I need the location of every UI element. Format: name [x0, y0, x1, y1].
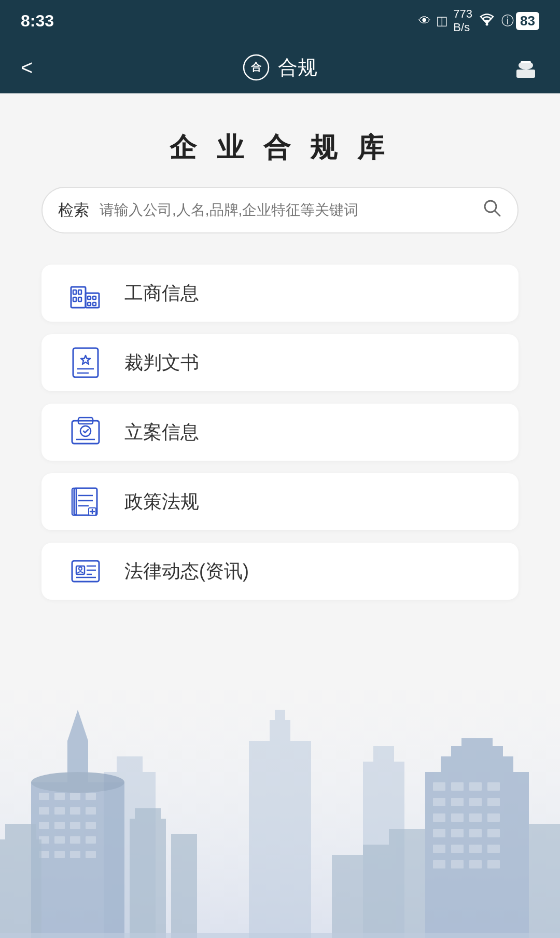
menu-label-gongshang: 工商信息: [124, 281, 199, 306]
svg-rect-52: [54, 793, 65, 800]
nav-title: 合 合规: [243, 54, 317, 81]
svg-rect-9: [73, 290, 76, 294]
speed-icon: 773B/s: [453, 7, 472, 34]
search-input[interactable]: [100, 202, 472, 218]
svg-rect-90: [433, 829, 445, 837]
svg-rect-96: [469, 845, 482, 853]
search-container: 检索: [0, 187, 560, 265]
menu-item-caipan[interactable]: 裁判文书: [41, 334, 519, 391]
main-content: 企 业 合 规 库 检索: [0, 93, 560, 938]
svg-rect-83: [451, 798, 464, 806]
svg-rect-73: [5, 824, 36, 840]
svg-point-23: [80, 426, 91, 436]
svg-rect-79: [451, 782, 464, 791]
search-label: 检索: [58, 200, 89, 221]
svg-rect-98: [433, 860, 445, 868]
svg-rect-104: [461, 738, 493, 747]
menu-item-falv[interactable]: 法律动态(资讯): [41, 543, 519, 600]
svg-rect-41: [249, 741, 311, 938]
svg-rect-15: [93, 296, 96, 299]
menu-container: 工商信息 裁判文书: [0, 265, 560, 600]
svg-rect-16: [88, 302, 91, 306]
status-time: 8:33: [21, 11, 54, 31]
svg-rect-53: [70, 793, 80, 800]
status-bar: 8:33 👁 ◫ 773B/s ⓘ 83: [0, 0, 560, 42]
svg-rect-66: [86, 836, 96, 844]
menu-item-lian[interactable]: 立案信息: [41, 404, 519, 461]
svg-rect-55: [39, 807, 49, 815]
svg-rect-75: [135, 808, 161, 820]
svg-rect-85: [487, 798, 500, 806]
back-button[interactable]: <: [21, 56, 52, 79]
case-file-icon: [67, 414, 104, 450]
svg-rect-95: [451, 845, 464, 853]
wifi-icon: [478, 12, 496, 30]
law-book-icon: [67, 484, 104, 520]
svg-rect-12: [78, 297, 81, 301]
svg-rect-108: [332, 855, 366, 938]
search-bar[interactable]: 检索: [41, 187, 519, 233]
svg-rect-93: [487, 829, 500, 837]
svg-rect-61: [70, 822, 80, 829]
menu-label-zhengce: 政策法规: [124, 489, 199, 515]
svg-rect-89: [487, 813, 500, 822]
svg-rect-17: [93, 302, 96, 306]
svg-rect-76: [171, 834, 197, 938]
svg-rect-103: [451, 746, 503, 757]
svg-rect-99: [451, 860, 464, 868]
battery-icon: ⓘ 83: [501, 12, 539, 30]
svg-rect-80: [469, 782, 482, 791]
svg-rect-100: [469, 860, 482, 868]
svg-point-35: [79, 567, 82, 570]
menu-item-zhengce[interactable]: 政策法规: [41, 473, 519, 530]
svg-rect-5: [521, 61, 531, 63]
nav-logo: 合: [243, 54, 270, 81]
svg-rect-69: [70, 851, 80, 858]
search-icon[interactable]: [482, 198, 502, 223]
svg-rect-97: [487, 845, 500, 853]
svg-rect-45: [373, 746, 394, 763]
svg-rect-84: [469, 798, 482, 806]
svg-rect-65: [70, 836, 80, 844]
svg-line-7: [495, 211, 500, 216]
svg-rect-54: [86, 793, 96, 800]
svg-rect-60: [54, 822, 65, 829]
svg-rect-106: [389, 829, 425, 938]
svg-rect-86: [433, 813, 445, 822]
svg-rect-105: [529, 824, 560, 938]
nav-title-text: 合规: [278, 54, 317, 81]
svg-rect-72: [0, 839, 41, 938]
svg-rect-64: [54, 836, 65, 844]
menu-label-lian: 立案信息: [124, 420, 199, 445]
menu-label-caipan: 裁判文书: [124, 350, 199, 376]
signal-icon: ◫: [436, 13, 448, 28]
svg-rect-101: [487, 860, 500, 868]
svg-rect-87: [451, 813, 464, 822]
svg-rect-94: [433, 845, 445, 853]
eye-icon: 👁: [418, 13, 431, 28]
svg-rect-102: [441, 756, 513, 773]
svg-rect-78: [433, 782, 445, 791]
nav-right: [508, 54, 539, 81]
nav-bar: < 合 合规: [0, 42, 560, 93]
svg-rect-68: [54, 851, 65, 858]
svg-rect-88: [469, 813, 482, 822]
svg-rect-70: [86, 851, 96, 858]
building-icon: [67, 275, 104, 311]
profile-icon[interactable]: [512, 54, 539, 81]
svg-rect-74: [130, 819, 166, 938]
svg-rect-3: [516, 70, 535, 78]
svg-point-71: [31, 772, 124, 793]
menu-item-gongshang[interactable]: 工商信息: [41, 265, 519, 322]
status-icons: 👁 ◫ 773B/s ⓘ 83: [418, 7, 539, 34]
svg-rect-56: [54, 807, 65, 815]
svg-rect-81: [487, 782, 500, 791]
svg-rect-43: [275, 710, 285, 721]
svg-text:合: 合: [250, 61, 262, 73]
svg-rect-92: [469, 829, 482, 837]
page-title: 企 业 合 规 库: [0, 93, 560, 187]
svg-point-0: [486, 23, 488, 26]
svg-rect-42: [270, 720, 290, 741]
svg-rect-91: [451, 829, 464, 837]
svg-rect-11: [73, 297, 76, 301]
